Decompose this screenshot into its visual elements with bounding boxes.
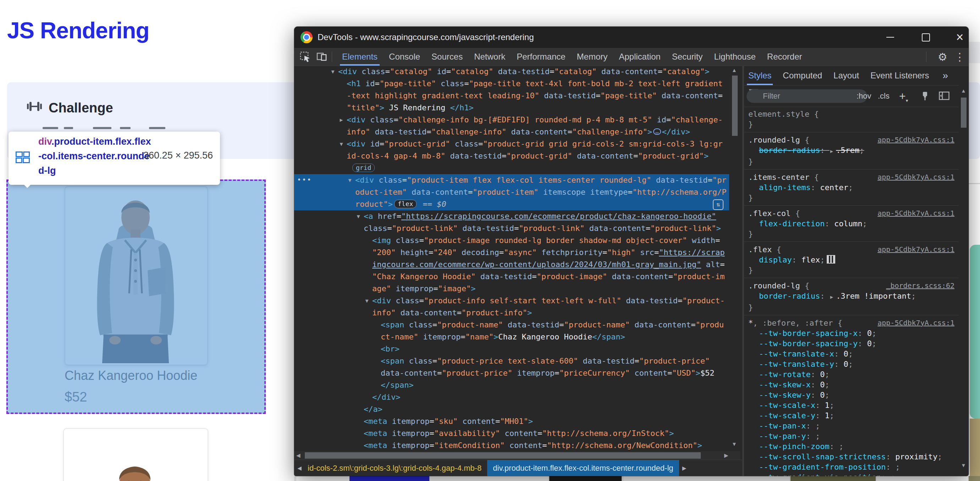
device-toolbar-icon[interactable]	[316, 51, 328, 62]
dom-node-line[interactable]: </a>	[294, 403, 729, 415]
expand-arrow-icon[interactable]: ▼	[363, 295, 371, 307]
tab-elements[interactable]: Elements	[336, 48, 383, 66]
css-declaration[interactable]: display: flex;	[748, 255, 955, 265]
css-source-link[interactable]: _borders.scss:62	[886, 281, 955, 291]
css-declaration[interactable]: border-radius: ▶.5rem;	[748, 145, 955, 156]
sidebar-more-tabs-icon[interactable]: »	[943, 70, 948, 81]
tab-recorder[interactable]: Recorder	[761, 48, 808, 66]
elements-hscroll-thumb[interactable]	[305, 452, 701, 459]
dom-node-line[interactable]: oduct-item" data-content="product-item" …	[294, 186, 729, 198]
dom-node-line[interactable]: ▼<div id="product-grid" class="product-g…	[294, 138, 729, 150]
css-declaration[interactable]: --tw-gradient-from-position: ;	[748, 462, 955, 472]
styles-filter-input[interactable]: Filter	[746, 89, 867, 103]
settings-gear-icon[interactable]: ⚙	[938, 51, 947, 63]
css-selector[interactable]: app-5Cdbk7yA.css:1*, :before, :after {	[748, 318, 955, 328]
flex-badge[interactable]: flex	[394, 200, 417, 208]
dom-node-line[interactable]: grid	[294, 162, 729, 174]
tab-lighthouse[interactable]: Lighthouse	[708, 48, 761, 66]
breadcrumb-parent[interactable]: id-cols-2.sm\:grid-cols-3.lg\:grid-cols-…	[308, 464, 482, 473]
css-selector[interactable]: _borders.scss:62.rounded-lg {	[748, 281, 955, 291]
css-declaration[interactable]: border-radius: ▶.3rem !important;	[748, 291, 955, 302]
sidebar-tab-styles[interactable]: Styles	[748, 66, 772, 85]
css-declaration[interactable]: flex-direction: column;	[748, 219, 955, 229]
dom-node-line[interactable]: data-content="product-price" itemprop="p…	[294, 367, 729, 379]
tab-security[interactable]: Security	[667, 48, 709, 66]
styles-scroll-down-icon[interactable]: ▼	[961, 462, 966, 468]
css-declaration[interactable]: --tw-scale-y: 1;	[748, 410, 955, 421]
css-source-link[interactable]: app-5Cdbk7yA.css:1	[877, 135, 955, 145]
dom-node-line[interactable]: <br>	[294, 343, 729, 355]
flex-editor-icon[interactable]	[827, 255, 835, 264]
expand-shorthand-icon[interactable]: ▶	[830, 292, 833, 302]
inspect-element-icon[interactable]	[300, 51, 310, 62]
css-declaration[interactable]: --tw-translate-x: 0;	[748, 349, 955, 359]
scroll-up-icon[interactable]: ▲	[732, 67, 737, 73]
css-source-link[interactable]: app-5Cdbk7yA.css:1	[877, 318, 955, 328]
css-declaration[interactable]: --tw-rotate: 0;	[748, 369, 955, 379]
css-selector[interactable]: app-5Cdbk7yA.css:1.rounded-lg {	[748, 135, 955, 145]
scroll-down-icon[interactable]: ▼	[732, 441, 737, 447]
expand-shorthand-icon[interactable]: ▶	[830, 146, 833, 156]
product-card-highlighted[interactable]: Chaz Kangeroo Hoodie $52	[8, 181, 264, 413]
product-image-second[interactable]	[63, 428, 208, 481]
css-declaration[interactable]: --tw-skew-x: 0;	[748, 379, 955, 390]
breadcrumb-right-arrow[interactable]: ▶	[679, 465, 690, 471]
expand-arrow-icon[interactable]: ▼	[355, 210, 362, 222]
dom-node-line[interactable]: info" data-content="product-info">	[294, 307, 729, 319]
dom-node-line[interactable]: -text highlight gradient-text leading-10…	[294, 90, 729, 102]
breadcrumb-current[interactable]: div.product-item.flex.flex-col.items-cen…	[487, 460, 679, 476]
css-declaration[interactable]: --tw-border-spacing-y: 0;	[748, 338, 955, 349]
css-selector[interactable]: element.style {	[748, 109, 955, 119]
styles-vscroll-thumb[interactable]	[961, 98, 967, 128]
tab-memory[interactable]: Memory	[571, 48, 614, 66]
css-declaration[interactable]: --tw-scroll-snap-strictness: proximity;	[748, 452, 955, 462]
expand-ellipsis-icon[interactable]: …	[653, 129, 661, 135]
css-source-link[interactable]: app-5Cdbk7yA.css:1	[877, 244, 955, 255]
css-declaration[interactable]: align-items: center;	[748, 183, 955, 193]
css-selector[interactable]: app-5Cdbk7yA.css:1.flex-col {	[748, 208, 955, 219]
dom-node-line[interactable]: info" data-testid="challenge-info" data-…	[294, 126, 729, 138]
dom-node-line[interactable]: class="product-link" data-testid="produc…	[294, 222, 729, 235]
dom-node-line[interactable]: ▼<div class="product-info self-start tex…	[294, 295, 729, 307]
rendering-emulation-icon[interactable]	[920, 91, 930, 103]
expand-arrow-icon[interactable]: ▼	[346, 174, 354, 186]
dom-node-line[interactable]: ▼•••<div class="product-item flex flex-c…	[294, 174, 729, 186]
styles-scroll-up-icon[interactable]: ▲	[961, 87, 966, 94]
css-declaration[interactable]: --tw-border-spacing-x: 0;	[748, 328, 955, 338]
close-button[interactable]: ×	[950, 27, 969, 48]
devtools-titlebar[interactable]: DevTools - www.scrapingcourse.com/javasc…	[294, 27, 969, 48]
tab-sources[interactable]: Sources	[426, 48, 468, 66]
scroll-right-icon[interactable]: ▶	[724, 452, 729, 459]
dom-node-line[interactable]: <img class="product-image rounded-lg bor…	[294, 235, 729, 246]
dom-node-line[interactable]: <meta itemprop="sku" content="MH01">	[294, 415, 729, 427]
minimize-button[interactable]	[880, 27, 900, 48]
tab-application[interactable]: Application	[613, 48, 666, 66]
css-declaration[interactable]: --tw-skew-y: 0;	[748, 390, 955, 400]
scroll-left-icon[interactable]: ◀	[296, 452, 301, 459]
dom-node-line[interactable]: id-cols-4 gap-4 mb-8" data-testid="produ…	[294, 150, 729, 162]
css-declaration[interactable]: --tw-gradient-via-position: ;	[748, 472, 955, 476]
css-declaration[interactable]: --tw-pan-y: ;	[748, 431, 955, 441]
sidebar-tab-computed[interactable]: Computed	[783, 66, 822, 85]
css-source-link[interactable]: app-5Cdbk7yA.css:1	[877, 172, 955, 183]
scroll-into-view-icon[interactable]: ⇅	[713, 199, 724, 210]
dock-sidebar-icon[interactable]	[939, 92, 950, 102]
tab-network[interactable]: Network	[468, 48, 511, 66]
new-style-rule-button[interactable]: +▾	[899, 86, 908, 107]
sidebar-tab-layout[interactable]: Layout	[834, 66, 859, 85]
maximize-button[interactable]	[916, 27, 935, 48]
css-declaration[interactable]: --tw-pinch-zoom: ;	[748, 441, 955, 452]
dom-node-line[interactable]: </div>	[294, 391, 729, 403]
expand-arrow-icon[interactable]: ▼	[337, 138, 345, 150]
devtools-window[interactable]: DevTools - www.scrapingcourse.com/javasc…	[294, 27, 969, 476]
css-source-link[interactable]: app-5Cdbk7yA.css:1	[877, 208, 955, 219]
dom-node-line[interactable]: "Chaz Kangeroo Hoodie" data-testid="prod…	[294, 271, 729, 283]
css-selector[interactable]: app-5Cdbk7yA.css:1.flex {	[748, 244, 955, 255]
expand-arrow-icon[interactable]: ▶	[337, 114, 345, 126]
tab-performance[interactable]: Performance	[511, 48, 571, 66]
dom-node-line[interactable]: ▶<div class="challenge-info bg-[#EDF1FD]…	[294, 114, 729, 126]
expand-arrow-icon[interactable]: ▼	[329, 66, 337, 78]
css-declaration[interactable]: --tw-translate-y: 0;	[748, 359, 955, 369]
dom-node-line[interactable]: age" itemprop="image">	[294, 283, 729, 295]
dom-node-line[interactable]: ingcourse.com/ecommerce/wp-content/uploa…	[294, 259, 729, 271]
